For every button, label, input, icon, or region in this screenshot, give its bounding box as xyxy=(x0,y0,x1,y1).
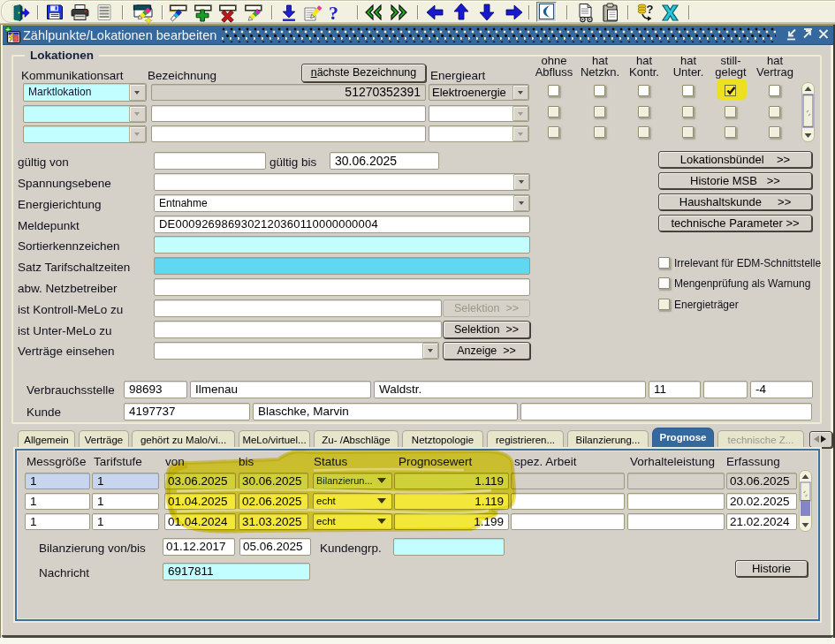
svg-text:?: ? xyxy=(647,3,654,16)
